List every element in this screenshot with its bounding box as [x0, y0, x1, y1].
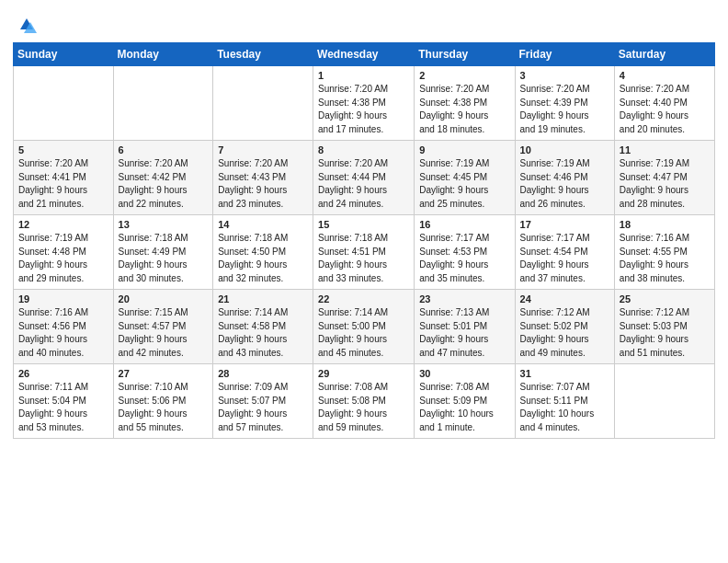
day-number: 7	[218, 144, 308, 155]
weekday-header-friday: Friday	[515, 43, 614, 66]
day-info: Sunrise: 7:07 AM Sunset: 5:11 PM Dayligh…	[520, 381, 609, 434]
day-number: 18	[620, 219, 710, 230]
day-number: 6	[119, 144, 209, 155]
calendar-cell: 31Sunrise: 7:07 AM Sunset: 5:11 PM Dayli…	[515, 364, 614, 439]
day-info: Sunrise: 7:14 AM Sunset: 4:58 PM Dayligh…	[218, 306, 308, 360]
day-info: Sunrise: 7:12 AM Sunset: 5:02 PM Dayligh…	[520, 306, 609, 360]
day-info: Sunrise: 7:19 AM Sunset: 4:45 PM Dayligh…	[419, 157, 509, 211]
calendar-table: SundayMondayTuesdayWednesdayThursdayFrid…	[13, 42, 715, 439]
day-info: Sunrise: 7:20 AM Sunset: 4:39 PM Dayligh…	[520, 83, 609, 136]
calendar-cell: 22Sunrise: 7:14 AM Sunset: 5:00 PM Dayli…	[313, 290, 415, 364]
calendar-cell: 27Sunrise: 7:10 AM Sunset: 5:06 PM Dayli…	[113, 364, 213, 439]
week-row-4: 19Sunrise: 7:16 AM Sunset: 4:56 PM Dayli…	[14, 290, 715, 364]
calendar-cell: 23Sunrise: 7:13 AM Sunset: 5:01 PM Dayli…	[415, 290, 515, 364]
day-info: Sunrise: 7:20 AM Sunset: 4:38 PM Dayligh…	[419, 83, 509, 136]
calendar-cell: 11Sunrise: 7:19 AM Sunset: 4:47 PM Dayli…	[614, 141, 714, 215]
weekday-header-saturday: Saturday	[614, 43, 714, 66]
day-info: Sunrise: 7:11 AM Sunset: 5:04 PM Dayligh…	[18, 381, 108, 434]
calendar-cell: 1Sunrise: 7:20 AM Sunset: 4:38 PM Daylig…	[313, 66, 415, 141]
day-number: 22	[318, 293, 409, 304]
calendar-cell: 28Sunrise: 7:09 AM Sunset: 5:07 PM Dayli…	[213, 364, 313, 439]
calendar-cell: 18Sunrise: 7:16 AM Sunset: 4:55 PM Dayli…	[614, 215, 714, 290]
day-info: Sunrise: 7:08 AM Sunset: 5:08 PM Dayligh…	[318, 381, 409, 434]
day-number: 2	[419, 70, 509, 81]
day-info: Sunrise: 7:20 AM Sunset: 4:43 PM Dayligh…	[218, 157, 308, 211]
calendar-cell: 6Sunrise: 7:20 AM Sunset: 4:42 PM Daylig…	[113, 141, 213, 215]
calendar-cell: 10Sunrise: 7:19 AM Sunset: 4:46 PM Dayli…	[515, 141, 614, 215]
week-row-5: 26Sunrise: 7:11 AM Sunset: 5:04 PM Dayli…	[14, 364, 715, 439]
day-info: Sunrise: 7:19 AM Sunset: 4:46 PM Dayligh…	[520, 157, 609, 211]
day-info: Sunrise: 7:20 AM Sunset: 4:38 PM Dayligh…	[318, 83, 409, 136]
day-info: Sunrise: 7:16 AM Sunset: 4:55 PM Dayligh…	[620, 232, 710, 285]
calendar-cell: 29Sunrise: 7:08 AM Sunset: 5:08 PM Dayli…	[313, 364, 415, 439]
day-number: 12	[18, 219, 108, 230]
day-info: Sunrise: 7:13 AM Sunset: 5:01 PM Dayligh…	[419, 306, 509, 360]
day-info: Sunrise: 7:16 AM Sunset: 4:56 PM Dayligh…	[18, 306, 108, 360]
calendar-cell: 12Sunrise: 7:19 AM Sunset: 4:48 PM Dayli…	[14, 215, 114, 290]
day-info: Sunrise: 7:20 AM Sunset: 4:40 PM Dayligh…	[620, 83, 710, 136]
day-number: 4	[620, 70, 710, 81]
calendar-cell: 17Sunrise: 7:17 AM Sunset: 4:54 PM Dayli…	[515, 215, 614, 290]
day-number: 1	[318, 70, 409, 81]
weekday-header-wednesday: Wednesday	[313, 43, 415, 66]
calendar-cell: 16Sunrise: 7:17 AM Sunset: 4:53 PM Dayli…	[415, 215, 515, 290]
day-number: 28	[218, 368, 308, 379]
day-number: 16	[419, 219, 509, 230]
day-info: Sunrise: 7:19 AM Sunset: 4:48 PM Dayligh…	[18, 232, 108, 285]
day-number: 8	[318, 144, 409, 155]
day-number: 21	[218, 293, 308, 304]
day-info: Sunrise: 7:14 AM Sunset: 5:00 PM Dayligh…	[318, 306, 409, 360]
weekday-header-tuesday: Tuesday	[213, 43, 313, 66]
day-number: 25	[620, 293, 710, 304]
header	[13, 9, 715, 37]
day-info: Sunrise: 7:12 AM Sunset: 5:03 PM Dayligh…	[620, 306, 710, 360]
page: SundayMondayTuesdayWednesdayThursdayFrid…	[0, 0, 728, 563]
day-number: 24	[520, 293, 609, 304]
calendar-cell: 3Sunrise: 7:20 AM Sunset: 4:39 PM Daylig…	[515, 66, 614, 141]
calendar-cell: 5Sunrise: 7:20 AM Sunset: 4:41 PM Daylig…	[14, 141, 114, 215]
day-number: 14	[218, 219, 308, 230]
calendar-cell	[14, 66, 114, 141]
day-info: Sunrise: 7:17 AM Sunset: 4:54 PM Dayligh…	[520, 232, 609, 285]
calendar-cell: 4Sunrise: 7:20 AM Sunset: 4:40 PM Daylig…	[614, 66, 714, 141]
day-info: Sunrise: 7:15 AM Sunset: 4:57 PM Dayligh…	[119, 306, 209, 360]
day-number: 11	[620, 144, 710, 155]
day-number: 5	[18, 144, 108, 155]
day-info: Sunrise: 7:18 AM Sunset: 4:50 PM Dayligh…	[218, 232, 308, 285]
day-number: 10	[520, 144, 609, 155]
calendar-cell: 8Sunrise: 7:20 AM Sunset: 4:44 PM Daylig…	[313, 141, 415, 215]
calendar-cell: 26Sunrise: 7:11 AM Sunset: 5:04 PM Dayli…	[14, 364, 114, 439]
day-number: 26	[18, 368, 108, 379]
calendar-cell: 24Sunrise: 7:12 AM Sunset: 5:02 PM Dayli…	[515, 290, 614, 364]
day-number: 13	[119, 219, 209, 230]
calendar-cell: 19Sunrise: 7:16 AM Sunset: 4:56 PM Dayli…	[14, 290, 114, 364]
calendar-cell: 25Sunrise: 7:12 AM Sunset: 5:03 PM Dayli…	[614, 290, 714, 364]
day-number: 19	[18, 293, 108, 304]
day-info: Sunrise: 7:18 AM Sunset: 4:51 PM Dayligh…	[318, 232, 409, 285]
calendar-cell: 30Sunrise: 7:08 AM Sunset: 5:09 PM Dayli…	[415, 364, 515, 439]
day-number: 31	[520, 368, 609, 379]
day-info: Sunrise: 7:20 AM Sunset: 4:42 PM Dayligh…	[119, 157, 209, 211]
weekday-header-row: SundayMondayTuesdayWednesdayThursdayFrid…	[14, 43, 715, 66]
calendar-cell: 14Sunrise: 7:18 AM Sunset: 4:50 PM Dayli…	[213, 215, 313, 290]
logo	[13, 13, 39, 37]
calendar-cell: 7Sunrise: 7:20 AM Sunset: 4:43 PM Daylig…	[213, 141, 313, 215]
calendar-cell	[213, 66, 313, 141]
calendar-cell	[614, 364, 714, 439]
calendar-cell: 20Sunrise: 7:15 AM Sunset: 4:57 PM Dayli…	[113, 290, 213, 364]
day-number: 29	[318, 368, 409, 379]
day-number: 15	[318, 219, 409, 230]
weekday-header-sunday: Sunday	[14, 43, 114, 66]
day-number: 30	[419, 368, 509, 379]
weekday-header-monday: Monday	[113, 43, 213, 66]
day-number: 9	[419, 144, 509, 155]
day-info: Sunrise: 7:18 AM Sunset: 4:49 PM Dayligh…	[119, 232, 209, 285]
calendar-cell: 2Sunrise: 7:20 AM Sunset: 4:38 PM Daylig…	[415, 66, 515, 141]
week-row-1: 1Sunrise: 7:20 AM Sunset: 4:38 PM Daylig…	[14, 66, 715, 141]
week-row-2: 5Sunrise: 7:20 AM Sunset: 4:41 PM Daylig…	[14, 141, 715, 215]
calendar-cell: 21Sunrise: 7:14 AM Sunset: 4:58 PM Dayli…	[213, 290, 313, 364]
day-number: 20	[119, 293, 209, 304]
day-info: Sunrise: 7:08 AM Sunset: 5:09 PM Dayligh…	[419, 381, 509, 434]
day-info: Sunrise: 7:20 AM Sunset: 4:44 PM Dayligh…	[318, 157, 409, 211]
day-number: 17	[520, 219, 609, 230]
